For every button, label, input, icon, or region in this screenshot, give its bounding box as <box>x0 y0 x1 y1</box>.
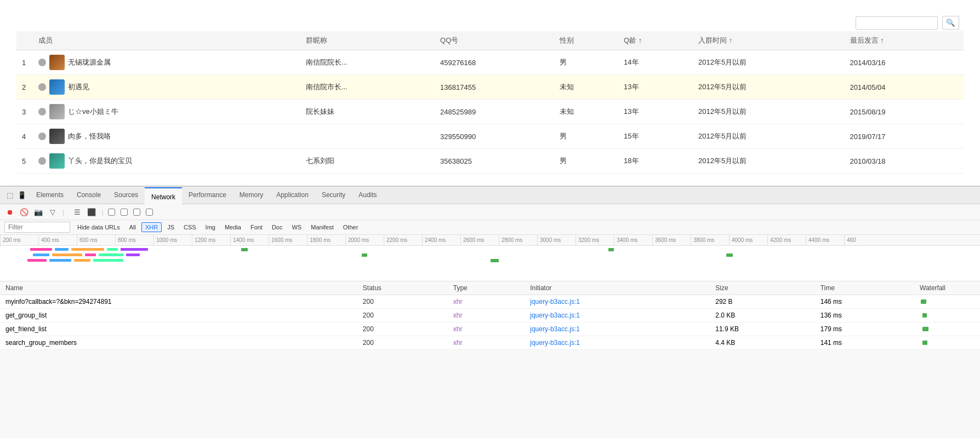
svg-rect-4 <box>121 248 148 251</box>
filter-button-list: Hide data URLsAllXHRJSCSSImgMediaFontDoc… <box>73 222 362 232</box>
member-name: じ☆ve小姐ミ牛 <box>68 107 118 117</box>
member-name: 无锡珑源金属 <box>68 57 111 67</box>
svg-rect-13 <box>93 259 123 262</box>
ruler-mark: 400 ms <box>38 235 77 246</box>
avatar <box>49 129 65 144</box>
preserve-log-label[interactable] <box>121 209 130 216</box>
online-button[interactable] <box>158 211 163 213</box>
group-by-frame-label[interactable] <box>108 209 117 216</box>
network-filter-input[interactable] <box>4 222 70 233</box>
tab-application[interactable]: Application <box>270 186 315 204</box>
ruler-mark: 4400 ms <box>806 235 844 246</box>
tab-network[interactable]: Network <box>145 187 182 205</box>
filter-btn-font[interactable]: Font <box>247 222 266 232</box>
table-row[interactable]: 3 じ☆ve小姐ミ牛 院长妹妹 248525989 未知 13年 2012年5月… <box>16 100 964 124</box>
filter-btn-doc[interactable]: Doc <box>268 222 287 232</box>
table-row[interactable]: 4 肉多，怪我咯 329550990 男 15年 2012年5月以前 2019/… <box>16 124 964 149</box>
disable-cache-label[interactable] <box>133 209 143 216</box>
svg-rect-11 <box>49 259 71 262</box>
qq-cell: 136817455 <box>435 75 554 100</box>
network-row[interactable]: get_friend_list 200 xhr jquery-b3acc.js:… <box>0 322 980 336</box>
group-by-frame-checkbox[interactable] <box>108 209 115 216</box>
waterfall-view-icon[interactable]: ⬛ <box>86 206 97 217</box>
table-row[interactable]: 1 无锡珑源金属 南信院院长... 459276168 男 14年 2012年5… <box>16 50 964 75</box>
filter-btn-js[interactable]: JS <box>163 222 178 232</box>
member-table: 成员群昵称QQ号性别Q龄 ↑入群时间 ↑最后发言 ↑ 1 无锡珑源金属 南信院院… <box>16 31 964 174</box>
svg-rect-14 <box>241 248 248 251</box>
separator: | <box>62 208 64 216</box>
col-num <box>16 31 33 50</box>
nickname-cell <box>300 124 435 149</box>
filter-btn-manifest[interactable]: Manifest <box>307 222 338 232</box>
col-time: Time <box>815 281 914 295</box>
join-time-cell: 2012年5月以前 <box>693 124 844 149</box>
search-bar: 🔍 <box>856 16 964 30</box>
offline-label[interactable] <box>146 209 155 216</box>
request-waterfall <box>914 322 980 336</box>
initiator-link[interactable]: jquery-b3acc.js:1 <box>530 339 580 347</box>
filter-icon[interactable]: ▽ <box>47 206 58 217</box>
stop-recording-icon[interactable]: ⏺ <box>4 206 15 217</box>
ruler-mark: 1200 ms <box>192 235 230 246</box>
tab-elements[interactable]: Elements <box>30 186 70 204</box>
gender-cell: 未知 <box>554 75 619 100</box>
filter-btn-hide data urls[interactable]: Hide data URLs <box>73 222 124 232</box>
table-row[interactable]: 5 丫头，你是我的宝贝 七系刘阳 35638025 男 18年 2012年5月以… <box>16 149 964 174</box>
request-name: myinfo?callback=?&bkn=294274891 <box>0 295 357 309</box>
svg-rect-10 <box>27 259 47 262</box>
clear-icon[interactable]: 🚫 <box>19 206 30 217</box>
filter-btn-css[interactable]: CSS <box>180 222 200 232</box>
tab-audits[interactable]: Audits <box>352 186 383 204</box>
filter-btn-img[interactable]: Img <box>202 222 219 232</box>
network-row[interactable]: myinfo?callback=?&bkn=294274891 200 xhr … <box>0 295 980 309</box>
request-time: 179 ms <box>815 322 914 336</box>
request-waterfall <box>914 309 980 322</box>
ruler-mark: 1000 ms <box>153 235 192 246</box>
svg-rect-0 <box>30 248 52 251</box>
request-name: get_group_list <box>0 309 357 322</box>
tab-memory[interactable]: Memory <box>233 186 270 204</box>
svg-rect-3 <box>107 248 118 251</box>
tab-performance[interactable]: Performance <box>182 186 233 204</box>
last-post-cell: 2014/03/16 <box>845 50 964 75</box>
request-name: search_group_members <box>0 336 357 350</box>
list-view-icon[interactable]: ☰ <box>72 206 83 217</box>
filter-btn-all[interactable]: All <box>126 222 140 232</box>
row-number: 5 <box>16 149 33 174</box>
network-row[interactable]: get_group_list 200 xhr jquery-b3acc.js:1… <box>0 309 980 322</box>
disable-cache-checkbox[interactable] <box>133 209 140 216</box>
network-requests-table: Name Status Type Initiator Size Time Wat… <box>0 281 980 350</box>
request-initiator: jquery-b3acc.js:1 <box>525 336 710 350</box>
search-button[interactable]: 🔍 <box>942 16 959 30</box>
member-cell: 无锡珑源金属 <box>33 50 300 75</box>
request-status: 200 <box>357 309 448 322</box>
table-row[interactable]: 2 初遇见 南信院市长... 136817455 未知 13年 2012年5月以… <box>16 75 964 100</box>
preserve-log-checkbox[interactable] <box>121 209 128 216</box>
member-status-icon <box>38 59 46 66</box>
filter-btn-other[interactable]: Other <box>339 222 362 232</box>
member-cell: 丫头，你是我的宝贝 <box>33 149 300 174</box>
search-input[interactable] <box>856 16 938 30</box>
filter-btn-ws[interactable]: WS <box>288 222 305 232</box>
network-row[interactable]: search_group_members 200 xhr jquery-b3ac… <box>0 336 980 350</box>
cursor-icon[interactable]: ⬚ <box>4 190 15 201</box>
initiator-link[interactable]: jquery-b3acc.js:1 <box>530 325 580 333</box>
mobile-icon[interactable]: 📱 <box>16 190 27 201</box>
request-name: get_friend_list <box>0 322 357 336</box>
tab-security[interactable]: Security <box>315 186 352 204</box>
tab-console[interactable]: Console <box>70 186 107 204</box>
filter-btn-media[interactable]: Media <box>221 222 245 232</box>
devtools-panel: ⬚ 📱 ElementsConsoleSourcesNetworkPerform… <box>0 186 980 438</box>
ruler-mark: 1400 ms <box>230 235 269 246</box>
separator2: | <box>101 208 103 216</box>
tab-sources[interactable]: Sources <box>107 186 145 204</box>
network-table-wrap: Name Status Type Initiator Size Time Wat… <box>0 281 980 350</box>
table-header-row: 成员群昵称QQ号性别Q龄 ↑入群时间 ↑最后发言 ↑ <box>16 31 964 50</box>
initiator-link[interactable]: jquery-b3acc.js:1 <box>530 312 580 319</box>
gender-cell: 男 <box>554 124 619 149</box>
initiator-link[interactable]: jquery-b3acc.js:1 <box>530 298 580 306</box>
capture-screenshot-icon[interactable]: 📷 <box>33 206 44 217</box>
member-status-icon <box>38 157 46 165</box>
filter-btn-xhr[interactable]: XHR <box>141 222 162 232</box>
offline-checkbox[interactable] <box>146 209 153 216</box>
